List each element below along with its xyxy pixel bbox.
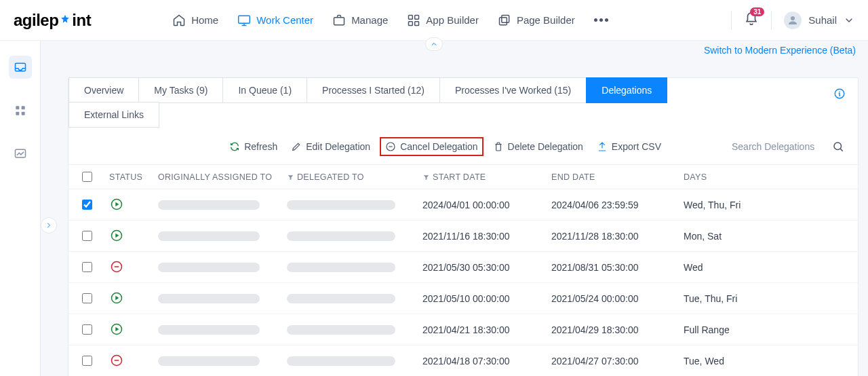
copy-icon [498,14,511,27]
redacted-value [287,325,395,335]
upload-icon [597,141,608,152]
row-checkbox[interactable] [82,356,92,366]
table-row[interactable]: 2021/04/21 18:30:00 2021/04/29 18:30:00 … [68,314,858,345]
logo-text-b: int [72,11,91,30]
table-row[interactable]: 2021/05/30 05:30:00 2021/08/31 05:30:00 … [68,252,858,283]
start-date: 2021/04/21 18:30:00 [422,324,551,335]
redacted-value [287,263,395,272]
logo[interactable]: agilep int [14,11,91,30]
redacted-value [158,231,260,241]
tab-delegations[interactable]: Delegations [586,77,667,103]
row-checkbox[interactable] [82,200,92,210]
divider [731,11,732,30]
nav-home[interactable]: Home [172,14,218,27]
refresh-icon [229,141,240,152]
nav-work-center[interactable]: Work Center [237,14,313,27]
export-csv-button[interactable]: Export CSV [593,138,665,155]
end-date: 2021/04/29 18:30:00 [551,324,684,335]
search-input[interactable] [732,141,827,152]
start-date: 2021/05/10 00:00:00 [422,293,551,304]
tab-external-links[interactable]: External Links [68,102,159,128]
status-icon [109,322,124,337]
logo-text-a: agilep [14,11,58,30]
nav-more[interactable] [594,18,608,22]
switch-experience-link[interactable]: Switch to Modern Experience (Beta) [704,45,856,56]
divider [771,11,772,30]
col-start[interactable]: START DATE [422,172,551,182]
row-checkbox[interactable] [82,231,92,241]
status-icon [109,259,124,274]
user-name: Suhail [808,14,837,26]
toolbar: Refresh Edit Delegation Cancel Delegatio… [68,128,858,164]
sidebar-reports[interactable] [9,143,32,166]
row-checkbox[interactable] [82,293,92,303]
status-icon [109,197,124,212]
cancel-delegation-button[interactable]: Cancel Delegation [380,137,483,156]
info-icon [833,88,846,100]
monitor-icon [237,14,251,27]
col-status[interactable]: STATUS [109,172,158,182]
sidebar-apps[interactable] [9,99,32,122]
refresh-button[interactable]: Refresh [225,138,281,155]
row-checkbox[interactable] [82,262,92,272]
delete-delegation-button[interactable]: Delete Delegation [489,138,587,155]
search-icon[interactable] [832,140,844,153]
table-row[interactable]: 2021/04/18 07:30:00 2021/04/27 07:30:00 … [68,345,858,376]
inbox-icon [14,60,27,74]
col-days[interactable]: DAYS [684,172,799,182]
main-card: Overview My Tasks (9) In Queue (1) Proce… [68,77,859,376]
row-checkbox[interactable] [82,324,92,335]
chart-icon [14,147,27,161]
notifications-button[interactable]: 31 [744,12,759,29]
end-date: 2024/04/06 23:59:59 [551,200,684,210]
tab-mytasks[interactable]: My Tasks (9) [138,77,223,103]
nav-app-builder[interactable]: App Builder [407,14,479,27]
redacted-value [287,200,395,210]
pencil-icon [291,141,302,152]
start-date: 2021/11/16 18:30:00 [422,231,551,242]
redacted-value [158,325,260,335]
tab-overview[interactable]: Overview [68,77,139,103]
info-button[interactable] [833,88,846,102]
nav-manage[interactable]: Manage [332,14,388,27]
redacted-value [158,200,260,210]
select-all-checkbox[interactable] [82,172,92,182]
nav-page-builder[interactable]: Page Builder [498,14,575,27]
col-deleg[interactable]: DELEGATED TO [287,172,422,182]
home-icon [172,14,186,27]
sidebar [0,41,41,376]
avatar [784,12,802,29]
end-date: 2021/04/27 07:30:00 [551,356,684,366]
user-menu[interactable]: Suhail [784,12,854,29]
tab-inqueue[interactable]: In Queue (1) [222,77,307,103]
edit-delegation-button[interactable]: Edit Delegation [287,138,374,155]
days: Mon, Sat [684,231,799,242]
table-row[interactable]: 2024/04/01 00:00:00 2024/04/06 23:59:59 … [68,189,858,221]
sidebar-inbox[interactable] [9,56,32,79]
start-date: 2021/05/30 05:30:00 [422,262,551,273]
redacted-value [158,294,260,303]
grid4-icon [14,104,27,117]
tab-worked[interactable]: Processes I've Worked (15) [439,77,587,103]
top-nav: agilep int Home Work Center Manage App B… [0,0,868,41]
logo-star-icon [58,14,72,27]
start-date: 2021/04/18 07:30:00 [422,356,551,366]
tab-started[interactable]: Processes I Started (12) [307,77,440,103]
filter-icon [422,174,430,181]
col-orig[interactable]: ORIGINALLY ASSIGNED TO [158,172,287,182]
redacted-value [158,356,260,366]
days: Full Range [684,324,799,335]
status-icon [109,290,124,305]
chevron-down-icon [844,15,854,26]
end-date: 2021/11/28 18:30:00 [551,231,684,242]
table-header: STATUS ORIGINALLY ASSIGNED TO DELEGATED … [68,164,858,189]
table-row[interactable]: 2021/05/10 00:00:00 2021/05/24 00:00:00 … [68,283,858,314]
end-date: 2021/05/24 00:00:00 [551,293,684,304]
redacted-value [287,356,395,366]
table-row[interactable]: 2021/11/16 18:30:00 2021/11/28 18:30:00 … [68,221,858,252]
trash-icon [493,141,504,152]
briefcase-icon [332,14,346,27]
collapse-header-button[interactable] [425,37,443,51]
col-end[interactable]: END DATE [551,172,684,182]
status-icon [109,353,124,368]
